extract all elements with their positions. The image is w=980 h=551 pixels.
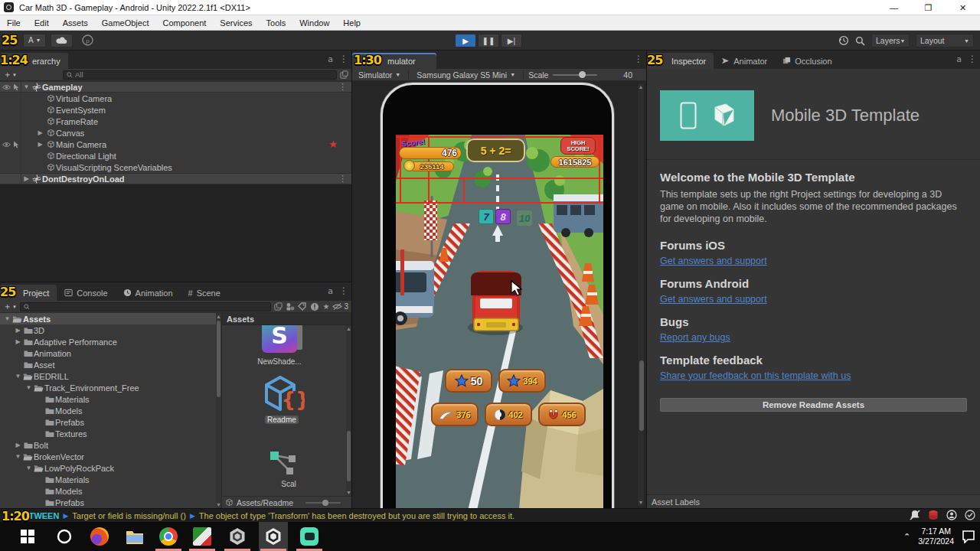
- thumbnail-size-slider[interactable]: [305, 502, 341, 504]
- hierarchy-row-main-camera[interactable]: ▶Main Camera: [0, 139, 351, 150]
- hidden-count-badge[interactable]: 3: [332, 302, 348, 311]
- menu-assets[interactable]: Assets: [56, 15, 95, 31]
- add-gameobject-button[interactable]: ＋▼: [3, 69, 17, 80]
- project-folder-models[interactable]: Models: [0, 405, 221, 416]
- menu-tools[interactable]: Tools: [260, 15, 293, 31]
- kebab-menu-icon[interactable]: ⋮: [634, 54, 643, 64]
- menu-help[interactable]: Help: [336, 15, 368, 31]
- hierarchy-row-eventsystem[interactable]: EventSystem: [0, 104, 351, 116]
- hierarchy-row-visualscripting-scenevariables[interactable]: VisualScripting SceneVariables: [0, 161, 351, 173]
- project-folder-track-environment-free[interactable]: ▼Track_Environment_Free: [0, 382, 221, 393]
- project-folder-bolt[interactable]: ▶Bolt: [0, 439, 221, 451]
- search-icon[interactable]: [855, 36, 865, 46]
- breadcrumb[interactable]: Assets/Readme: [237, 498, 293, 507]
- project-folder-adaptive-performance[interactable]: ▶Adaptive Performance: [0, 336, 221, 347]
- system-clock[interactable]: 7:17 AM 3/27/2024: [918, 527, 954, 546]
- lock-icon[interactable]: a: [328, 54, 333, 64]
- project-folder-animation[interactable]: Animation: [0, 347, 221, 359]
- pickability-icon[interactable]: [13, 141, 20, 148]
- section-link[interactable]: Share your feedback on this template wit…: [660, 370, 967, 381]
- tab-console[interactable]: Console: [57, 285, 115, 301]
- tray-expand-caret[interactable]: ⌃: [903, 532, 910, 542]
- project-folder-prefabs[interactable]: Prefabs: [0, 416, 221, 428]
- answer-tile-7[interactable]: 7: [479, 209, 494, 224]
- pickability-icon[interactable]: [13, 83, 20, 91]
- emulator-app-icon[interactable]: [300, 527, 318, 546]
- kebab-menu-icon[interactable]: ⋮: [339, 285, 348, 296]
- project-tree-scrollbar[interactable]: ▲▼: [216, 313, 221, 508]
- status-bar[interactable]: 1:20 )TWEEN ▶ Target or field is missing…: [0, 508, 980, 522]
- hierarchy-row-framerate[interactable]: FrameRate: [0, 116, 351, 127]
- assets-grid-scrollbar[interactable]: ▲▼: [346, 325, 351, 496]
- version-control-icon[interactable]: p: [82, 34, 93, 46]
- project-folder-textures[interactable]: Textures: [0, 428, 221, 439]
- account-status-icon[interactable]: [946, 510, 957, 520]
- remove-readme-button[interactable]: Remove Readme Assets: [660, 398, 967, 412]
- layers-dropdown[interactable]: Layers▼: [871, 34, 910, 47]
- asset-label[interactable]: NewShade...: [245, 357, 314, 366]
- cloud-button[interactable]: [51, 34, 73, 47]
- menu-edit[interactable]: Edit: [28, 15, 56, 31]
- important-icon[interactable]: [310, 302, 319, 311]
- project-folder-models[interactable]: Models: [0, 485, 221, 497]
- unity-editor-icon[interactable]: [264, 527, 283, 546]
- chrome-icon[interactable]: [159, 527, 178, 546]
- menu-file[interactable]: File: [0, 15, 28, 31]
- file-explorer-icon[interactable]: [126, 527, 144, 546]
- firefox-icon[interactable]: [90, 527, 109, 546]
- action-center-icon[interactable]: [962, 530, 975, 543]
- play-button[interactable]: ▶: [455, 34, 476, 47]
- project-search-input[interactable]: [20, 302, 272, 311]
- project-folder-brokenvector[interactable]: ▼BrokenVector: [0, 451, 221, 462]
- project-folder-materials[interactable]: Materials: [0, 393, 221, 405]
- lock-icon[interactable]: a: [328, 286, 333, 296]
- answer-tile-8[interactable]: 8: [495, 209, 511, 224]
- kebab-menu-icon[interactable]: ⋮: [339, 54, 348, 64]
- visibility-eye-icon[interactable]: [2, 84, 11, 90]
- section-link[interactable]: Report any bugs: [660, 332, 967, 343]
- hierarchy-row-canvas[interactable]: ▶Canvas: [0, 127, 351, 139]
- tab-occlusion[interactable]: Occlusion: [775, 53, 839, 69]
- project-folder-lowpolyrockpack[interactable]: ▼LowPolyRockPack: [0, 462, 221, 474]
- search-button[interactable]: [55, 527, 74, 546]
- account-dropdown[interactable]: A ▼: [23, 34, 46, 47]
- game-screen[interactable]: Score! 476 235114 5 + 2= HIGH SCORE! 161…: [396, 135, 603, 508]
- close-button[interactable]: ✕: [946, 0, 980, 15]
- layout-dropdown[interactable]: Layout▼: [916, 34, 974, 47]
- add-asset-button[interactable]: ＋▼: [3, 301, 17, 312]
- powerup-helmet-button[interactable]: 402: [485, 403, 532, 426]
- screenshot-app-icon[interactable]: [193, 527, 211, 546]
- scale-slider[interactable]: [553, 74, 597, 76]
- project-folder-materials[interactable]: Materials: [0, 474, 221, 485]
- powerup-magnet-button[interactable]: 456: [538, 403, 586, 426]
- powerup-boomerang-button[interactable]: 376: [431, 403, 479, 426]
- visibility-eye-icon[interactable]: [2, 142, 11, 148]
- section-link[interactable]: Get answers and support: [660, 256, 967, 266]
- project-folder-prefabs[interactable]: Prefabs: [0, 497, 221, 508]
- kebab-menu-icon[interactable]: ⋮: [338, 174, 347, 184]
- progress-ok-icon[interactable]: [965, 510, 975, 520]
- notifications-muted-icon[interactable]: [910, 510, 920, 520]
- unity-hub-icon[interactable]: [228, 527, 247, 546]
- favorites-icon[interactable]: ★: [322, 302, 329, 311]
- maximize-button[interactable]: ❐: [911, 0, 946, 15]
- pause-button[interactable]: ❚❚: [478, 34, 499, 47]
- kebab-menu-icon[interactable]: ⋮: [338, 82, 347, 92]
- asset-curve[interactable]: [268, 448, 299, 478]
- lock-icon[interactable]: a: [956, 54, 962, 64]
- powerup-star-button[interactable]: 394: [498, 369, 546, 393]
- simulator-scrollbar[interactable]: ▲ ▼: [637, 83, 645, 507]
- open-search-window-icon[interactable]: [274, 302, 283, 311]
- start-button[interactable]: [18, 527, 37, 546]
- project-folder-asset[interactable]: Asset: [0, 359, 221, 370]
- tab-scene[interactable]: #Scene: [181, 285, 228, 301]
- scene-picker-icon[interactable]: [340, 70, 348, 79]
- hierarchy-row-gameplay[interactable]: ▼Gameplay⋮: [0, 81, 351, 93]
- device-dropdown[interactable]: Samsung Galaxy S5 Mini▼: [413, 70, 518, 80]
- collab-error-icon[interactable]: [928, 510, 939, 520]
- hierarchy-row-virtual-camera[interactable]: Virtual Camera: [0, 93, 351, 104]
- asset-labels-section[interactable]: Asset Labels: [647, 494, 980, 508]
- menu-component[interactable]: Component: [155, 15, 213, 31]
- project-folder-3d[interactable]: ▶3D: [0, 324, 221, 336]
- answer-tile-10[interactable]: 10: [517, 210, 532, 226]
